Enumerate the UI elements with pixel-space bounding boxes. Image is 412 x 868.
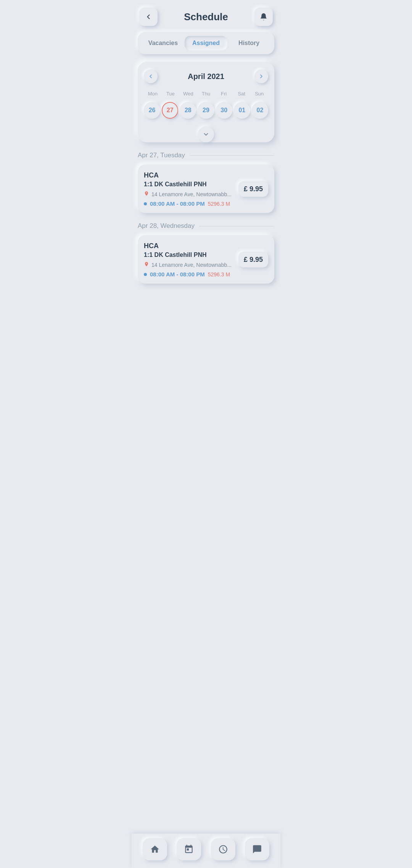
job-location-text: 14 Lenamore Ave, Newtownabb...	[151, 191, 232, 197]
date-27[interactable]: 27	[162, 102, 178, 119]
day-label-sat: Sat	[233, 89, 251, 98]
date-01[interactable]: 01	[234, 102, 250, 119]
tab-assigned[interactable]: Assigned	[185, 36, 228, 50]
job-distance: 5296.3 M	[208, 201, 230, 207]
job-type: HCA	[144, 171, 268, 179]
job-time-row-apr28: 08:00 AM - 08:00 PM 5296.3 M	[144, 271, 268, 278]
day-label-tue: Tue	[162, 89, 180, 98]
calendar-expand	[144, 121, 268, 139]
job-time-row: 08:00 AM - 08:00 PM 5296.3 M	[144, 200, 268, 207]
day-section-apr27: Apr 27, Tuesday HCA 1:1 DK Castlehill PN…	[138, 152, 274, 213]
time-dot-apr28	[144, 273, 147, 276]
day-section-title-apr27: Apr 27, Tuesday	[138, 152, 185, 159]
calendar-days-header: Mon Tue Wed Thu Fri Sat Sun	[144, 89, 268, 98]
job-price-apr28: £ 9.95	[238, 252, 268, 267]
job-price: £ 9.95	[238, 181, 268, 197]
job-card-apr27-0[interactable]: HCA 1:1 DK Castlehill PNH 14 Lenamore Av…	[138, 165, 274, 213]
calendar-dates: 26 27 28 29 30 01 02	[144, 102, 268, 119]
page-title: Schedule	[184, 11, 228, 23]
job-time: 08:00 AM - 08:00 PM	[150, 200, 205, 207]
tab-history[interactable]: History	[227, 36, 270, 50]
tab-bar: Vacancies Assigned History	[138, 32, 274, 54]
day-section-line-apr28	[199, 226, 274, 226]
date-26[interactable]: 26	[144, 102, 160, 119]
day-label-wed: Wed	[179, 89, 197, 98]
day-section-line-apr27	[190, 155, 274, 156]
notification-button[interactable]	[254, 8, 273, 26]
location-icon-apr28	[144, 261, 149, 268]
day-label-fri: Fri	[215, 89, 233, 98]
expand-calendar-button[interactable]	[198, 126, 214, 142]
next-month-button[interactable]	[254, 69, 268, 83]
job-distance-apr28: 5296.3 M	[208, 271, 230, 278]
day-section-title-apr28: Apr 28, Wednesday	[138, 222, 195, 230]
date-28[interactable]: 28	[180, 102, 196, 119]
job-type-apr28: HCA	[144, 242, 268, 250]
day-label-thu: Thu	[197, 89, 215, 98]
calendar-header: April 2021	[144, 69, 268, 83]
day-section-header-apr28: Apr 28, Wednesday	[138, 222, 274, 230]
day-label-mon: Mon	[144, 89, 162, 98]
day-section-apr28: Apr 28, Wednesday HCA 1:1 DK Castlehill …	[138, 222, 274, 284]
date-02[interactable]: 02	[252, 102, 268, 119]
date-30[interactable]: 30	[216, 102, 232, 119]
calendar-card: April 2021 Mon Tue Wed Thu Fri Sat Sun 2…	[138, 62, 274, 142]
schedule: Apr 27, Tuesday HCA 1:1 DK Castlehill PN…	[132, 152, 280, 284]
job-card-apr28-0[interactable]: HCA 1:1 DK Castlehill PNH 14 Lenamore Av…	[138, 235, 274, 284]
header: Schedule	[132, 0, 280, 32]
back-button[interactable]	[139, 8, 158, 26]
calendar-month-label: April 2021	[158, 72, 254, 81]
tab-vacancies[interactable]: Vacancies	[142, 36, 185, 50]
job-location-text-apr28: 14 Lenamore Ave, Newtownabb...	[151, 262, 232, 268]
prev-month-button[interactable]	[144, 69, 158, 83]
job-time-apr28: 08:00 AM - 08:00 PM	[150, 271, 205, 278]
time-dot	[144, 202, 147, 205]
location-icon	[144, 191, 149, 197]
day-label-sun: Sun	[250, 89, 268, 98]
day-section-header-apr27: Apr 27, Tuesday	[138, 152, 274, 159]
date-29[interactable]: 29	[198, 102, 214, 119]
